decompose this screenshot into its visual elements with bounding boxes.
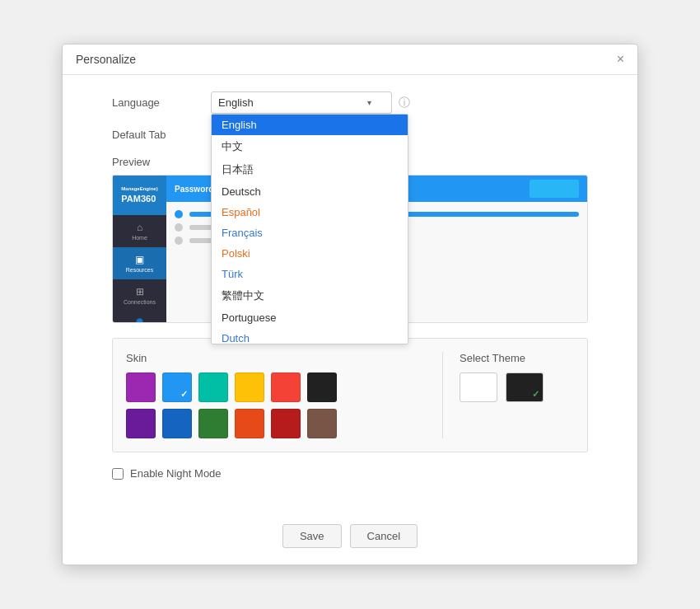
personalize-dialog: Personalize × Language English ▾ English… [62, 44, 638, 565]
home-icon: ⌂ [137, 222, 142, 233]
save-button[interactable]: Save [282, 524, 342, 548]
default-tab-label: Default Tab [112, 129, 211, 141]
swatch-deep-purple[interactable] [126, 409, 156, 438]
preview-top-right-button [530, 180, 579, 198]
night-mode-row: Enable Night Mode [112, 467, 588, 480]
preview-dot-active [175, 210, 183, 218]
nav-connections-label: Connections [124, 299, 156, 305]
lang-portuguese[interactable]: Portuguese [212, 307, 408, 328]
preview-logo: ManageEngine) PAM360 [121, 186, 157, 204]
dropdown-arrow-icon: ▾ [367, 98, 371, 107]
swatch-green[interactable] [198, 409, 228, 438]
night-mode-text: Enable Night Mode [130, 467, 222, 480]
lang-chinese[interactable]: 中文 [212, 135, 408, 158]
dialog-title: Personalize [76, 53, 136, 66]
preview-dot-gray-1 [175, 223, 183, 232]
preview-nav-home: ⌂ Home [113, 215, 166, 247]
lang-francais[interactable]: Français [212, 223, 408, 243]
theme-light[interactable] [460, 372, 497, 402]
swatch-brown[interactable] [307, 409, 337, 438]
swatch-black[interactable] [307, 372, 337, 402]
preview-nav-connections: ⊞ Connections [113, 279, 166, 312]
color-row-2 [126, 409, 426, 438]
theme-dark[interactable] [506, 372, 544, 402]
personal-icon: 👤 [133, 318, 146, 323]
language-control: English ▾ English 中文 日本語 Deutsch Español… [211, 91, 410, 114]
lang-polski[interactable]: Polski [212, 243, 408, 264]
skin-theme-section: Skin [112, 338, 588, 452]
lang-espanol[interactable]: Español [212, 202, 408, 223]
close-button[interactable]: × [617, 53, 624, 66]
swatch-teal[interactable] [198, 372, 228, 402]
lang-deutsch[interactable]: Deutsch [212, 181, 408, 202]
color-row-1 [126, 372, 426, 402]
swatch-dark-blue[interactable] [162, 409, 192, 438]
dialog-footer: Save Cancel [63, 516, 637, 564]
preview-dot-gray-2 [175, 237, 183, 245]
info-icon[interactable]: ⓘ [399, 96, 410, 110]
preview-nav-resources: ▣ Resources [113, 247, 166, 279]
swatch-dark-red[interactable] [271, 409, 301, 438]
language-row: Language English ▾ English 中文 日本語 Deutsc… [112, 91, 588, 114]
swatch-amber[interactable] [235, 372, 264, 402]
preview-logo-top: ManageEngine) [121, 186, 157, 193]
night-mode-checkbox[interactable] [112, 468, 124, 480]
lang-english[interactable]: English [212, 115, 408, 135]
language-label: Language [112, 96, 211, 109]
theme-options [460, 372, 574, 402]
preview-header: ManageEngine) PAM360 [113, 176, 166, 215]
lang-japanese[interactable]: 日本語 [212, 158, 408, 181]
swatch-red-light[interactable] [271, 372, 301, 402]
night-mode-label: Enable Night Mode [112, 467, 222, 480]
cancel-button[interactable]: Cancel [350, 524, 418, 548]
language-dropdown-list: English 中文 日本語 Deutsch Español Français … [211, 114, 408, 344]
dialog-body: Language English ▾ English 中文 日本語 Deutsc… [63, 75, 637, 516]
lang-traditional-chinese[interactable]: 繁體中文 [212, 284, 408, 307]
language-dropdown-container: English ▾ English 中文 日本語 Deutsch Español… [211, 91, 392, 114]
skin-section: Skin [126, 352, 426, 438]
swatch-purple[interactable] [126, 372, 156, 402]
swatch-orange[interactable] [235, 409, 264, 438]
preview-sidebar: ManageEngine) PAM360 ⌂ Home ▣ Resources … [113, 176, 166, 322]
language-dropdown[interactable]: English ▾ [211, 91, 392, 114]
resources-icon: ▣ [135, 254, 144, 265]
skin-title: Skin [126, 352, 426, 364]
swatch-blue[interactable] [162, 372, 192, 402]
connections-icon: ⊞ [136, 286, 144, 297]
nav-resources-label: Resources [126, 267, 153, 273]
nav-home-label: Home [132, 235, 147, 241]
color-grid [126, 372, 426, 438]
preview-logo-pam: PAM360 [121, 193, 157, 204]
preview-nav-personal: 👤 Personal [113, 312, 166, 323]
selected-language-text: English [218, 96, 254, 109]
dialog-header: Personalize × [63, 45, 637, 75]
theme-title: Select Theme [460, 352, 574, 364]
lang-dutch[interactable]: Dutch [212, 328, 408, 344]
lang-turk[interactable]: Türk [212, 264, 408, 284]
theme-section: Select Theme [442, 352, 574, 438]
